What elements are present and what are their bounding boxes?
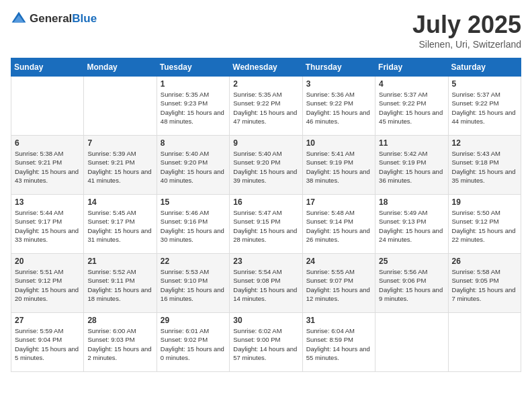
calendar-cell: 7Sunrise: 5:39 AMSunset: 9:21 PMDaylight… xyxy=(84,136,157,195)
calendar-week-row: 1Sunrise: 5:35 AMSunset: 9:23 PMDaylight… xyxy=(11,77,521,136)
day-info: Sunrise: 5:49 AMSunset: 9:13 PMDaylight:… xyxy=(379,208,444,244)
calendar-cell: 26Sunrise: 5:58 AMSunset: 9:05 PMDayligh… xyxy=(448,254,521,313)
day-number: 2 xyxy=(233,79,298,89)
day-info: Sunrise: 5:43 AMSunset: 9:18 PMDaylight:… xyxy=(452,149,517,185)
day-number: 14 xyxy=(87,197,152,207)
calendar-body: 1Sunrise: 5:35 AMSunset: 9:23 PMDaylight… xyxy=(11,77,521,372)
day-info: Sunrise: 5:50 AMSunset: 9:12 PMDaylight:… xyxy=(452,208,517,244)
weekday-header: Wednesday xyxy=(230,58,302,77)
day-info: Sunrise: 5:41 AMSunset: 9:19 PMDaylight:… xyxy=(306,149,371,185)
day-number: 1 xyxy=(161,79,226,89)
day-info: Sunrise: 6:01 AMSunset: 9:02 PMDaylight:… xyxy=(161,326,226,362)
day-info: Sunrise: 5:46 AMSunset: 9:16 PMDaylight:… xyxy=(161,208,226,244)
day-info: Sunrise: 5:37 AMSunset: 9:22 PMDaylight:… xyxy=(379,90,444,126)
day-info: Sunrise: 5:47 AMSunset: 9:15 PMDaylight:… xyxy=(233,208,298,244)
day-number: 12 xyxy=(452,138,517,148)
calendar-week-row: 13Sunrise: 5:44 AMSunset: 9:17 PMDayligh… xyxy=(11,195,521,254)
calendar-cell: 21Sunrise: 5:52 AMSunset: 9:11 PMDayligh… xyxy=(84,254,157,313)
calendar-cell: 31Sunrise: 6:04 AMSunset: 8:59 PMDayligh… xyxy=(302,313,375,372)
calendar-cell: 25Sunrise: 5:56 AMSunset: 9:06 PMDayligh… xyxy=(375,254,448,313)
logo-text: GeneralBlue xyxy=(30,12,97,26)
day-info: Sunrise: 6:02 AMSunset: 9:00 PMDaylight:… xyxy=(233,326,298,362)
day-number: 26 xyxy=(452,257,517,266)
calendar-cell: 28Sunrise: 6:00 AMSunset: 9:03 PMDayligh… xyxy=(84,313,157,372)
calendar-cell: 10Sunrise: 5:41 AMSunset: 9:19 PMDayligh… xyxy=(302,136,375,195)
day-number: 7 xyxy=(87,138,152,148)
calendar-cell: 23Sunrise: 5:54 AMSunset: 9:08 PMDayligh… xyxy=(230,254,302,313)
weekday-header: Tuesday xyxy=(157,58,229,77)
day-number: 11 xyxy=(379,138,444,148)
day-number: 29 xyxy=(161,316,226,325)
calendar-cell: 15Sunrise: 5:46 AMSunset: 9:16 PMDayligh… xyxy=(157,195,229,254)
day-number: 3 xyxy=(306,79,371,89)
calendar-cell: 24Sunrise: 5:55 AMSunset: 9:07 PMDayligh… xyxy=(302,254,375,313)
day-info: Sunrise: 5:38 AMSunset: 9:21 PMDaylight:… xyxy=(15,149,80,185)
day-number: 5 xyxy=(452,79,517,89)
day-info: Sunrise: 5:56 AMSunset: 9:06 PMDaylight:… xyxy=(379,267,444,303)
calendar-cell: 8Sunrise: 5:40 AMSunset: 9:20 PMDaylight… xyxy=(157,136,229,195)
calendar-cell: 16Sunrise: 5:47 AMSunset: 9:15 PMDayligh… xyxy=(230,195,302,254)
day-number: 30 xyxy=(233,316,298,325)
day-number: 8 xyxy=(161,138,226,148)
weekday-header: Monday xyxy=(84,58,157,77)
day-info: Sunrise: 6:04 AMSunset: 8:59 PMDaylight:… xyxy=(306,326,371,362)
day-info: Sunrise: 5:54 AMSunset: 9:08 PMDaylight:… xyxy=(233,267,298,303)
calendar-cell: 3Sunrise: 5:36 AMSunset: 9:22 PMDaylight… xyxy=(302,77,375,136)
day-info: Sunrise: 5:51 AMSunset: 9:12 PMDaylight:… xyxy=(15,267,80,303)
calendar-cell: 17Sunrise: 5:48 AMSunset: 9:14 PMDayligh… xyxy=(302,195,375,254)
calendar-week-row: 6Sunrise: 5:38 AMSunset: 9:21 PMDaylight… xyxy=(11,136,521,195)
day-info: Sunrise: 5:44 AMSunset: 9:17 PMDaylight:… xyxy=(15,208,80,244)
day-number: 23 xyxy=(233,257,298,266)
day-info: Sunrise: 5:40 AMSunset: 9:20 PMDaylight:… xyxy=(161,149,226,185)
weekday-header-row: SundayMondayTuesdayWednesdayThursdayFrid… xyxy=(11,58,521,77)
calendar-cell: 18Sunrise: 5:49 AMSunset: 9:13 PMDayligh… xyxy=(375,195,448,254)
calendar-cell: 6Sunrise: 5:38 AMSunset: 9:21 PMDaylight… xyxy=(11,136,84,195)
day-info: Sunrise: 5:42 AMSunset: 9:19 PMDaylight:… xyxy=(379,149,444,185)
day-number: 16 xyxy=(233,197,298,207)
day-number: 25 xyxy=(379,257,444,266)
calendar-cell xyxy=(11,77,84,136)
day-info: Sunrise: 6:00 AMSunset: 9:03 PMDaylight:… xyxy=(87,326,152,362)
page-header: GeneralBlue July 2025 Silenen, Uri, Swit… xyxy=(11,11,521,50)
day-info: Sunrise: 5:45 AMSunset: 9:17 PMDaylight:… xyxy=(87,208,152,244)
logo: GeneralBlue xyxy=(11,11,97,27)
calendar-cell: 14Sunrise: 5:45 AMSunset: 9:17 PMDayligh… xyxy=(84,195,157,254)
day-number: 13 xyxy=(15,197,80,207)
day-number: 27 xyxy=(15,316,80,325)
day-number: 21 xyxy=(87,257,152,266)
logo-blue: Blue xyxy=(72,12,97,25)
day-info: Sunrise: 5:40 AMSunset: 9:20 PMDaylight:… xyxy=(233,149,298,185)
day-info: Sunrise: 5:59 AMSunset: 9:04 PMDaylight:… xyxy=(15,326,80,362)
calendar-week-row: 27Sunrise: 5:59 AMSunset: 9:04 PMDayligh… xyxy=(11,313,521,372)
calendar-cell: 27Sunrise: 5:59 AMSunset: 9:04 PMDayligh… xyxy=(11,313,84,372)
month-title: July 2025 xyxy=(412,11,521,39)
logo-icon xyxy=(11,11,27,27)
day-info: Sunrise: 5:53 AMSunset: 9:10 PMDaylight:… xyxy=(161,267,226,303)
day-number: 24 xyxy=(306,257,371,266)
weekday-header: Thursday xyxy=(302,58,375,77)
calendar-cell: 20Sunrise: 5:51 AMSunset: 9:12 PMDayligh… xyxy=(11,254,84,313)
day-info: Sunrise: 5:37 AMSunset: 9:22 PMDaylight:… xyxy=(452,90,517,126)
day-number: 18 xyxy=(379,197,444,207)
calendar-cell: 30Sunrise: 6:02 AMSunset: 9:00 PMDayligh… xyxy=(230,313,302,372)
calendar-cell xyxy=(84,77,157,136)
calendar-cell: 9Sunrise: 5:40 AMSunset: 9:20 PMDaylight… xyxy=(230,136,302,195)
calendar-cell: 22Sunrise: 5:53 AMSunset: 9:10 PMDayligh… xyxy=(157,254,229,313)
day-number: 4 xyxy=(379,79,444,89)
calendar-cell: 13Sunrise: 5:44 AMSunset: 9:17 PMDayligh… xyxy=(11,195,84,254)
day-number: 10 xyxy=(306,138,371,148)
day-number: 22 xyxy=(161,257,226,266)
weekday-header: Saturday xyxy=(448,58,521,77)
day-number: 28 xyxy=(87,316,152,325)
title-block: July 2025 Silenen, Uri, Switzerland xyxy=(412,11,521,50)
day-info: Sunrise: 5:35 AMSunset: 9:22 PMDaylight:… xyxy=(233,90,298,126)
day-number: 31 xyxy=(306,316,371,325)
calendar-cell: 4Sunrise: 5:37 AMSunset: 9:22 PMDaylight… xyxy=(375,77,448,136)
calendar-week-row: 20Sunrise: 5:51 AMSunset: 9:12 PMDayligh… xyxy=(11,254,521,313)
day-info: Sunrise: 5:39 AMSunset: 9:21 PMDaylight:… xyxy=(87,149,152,185)
day-number: 19 xyxy=(452,197,517,207)
calendar-cell: 12Sunrise: 5:43 AMSunset: 9:18 PMDayligh… xyxy=(448,136,521,195)
calendar-cell: 11Sunrise: 5:42 AMSunset: 9:19 PMDayligh… xyxy=(375,136,448,195)
day-number: 17 xyxy=(306,197,371,207)
calendar-cell: 19Sunrise: 5:50 AMSunset: 9:12 PMDayligh… xyxy=(448,195,521,254)
